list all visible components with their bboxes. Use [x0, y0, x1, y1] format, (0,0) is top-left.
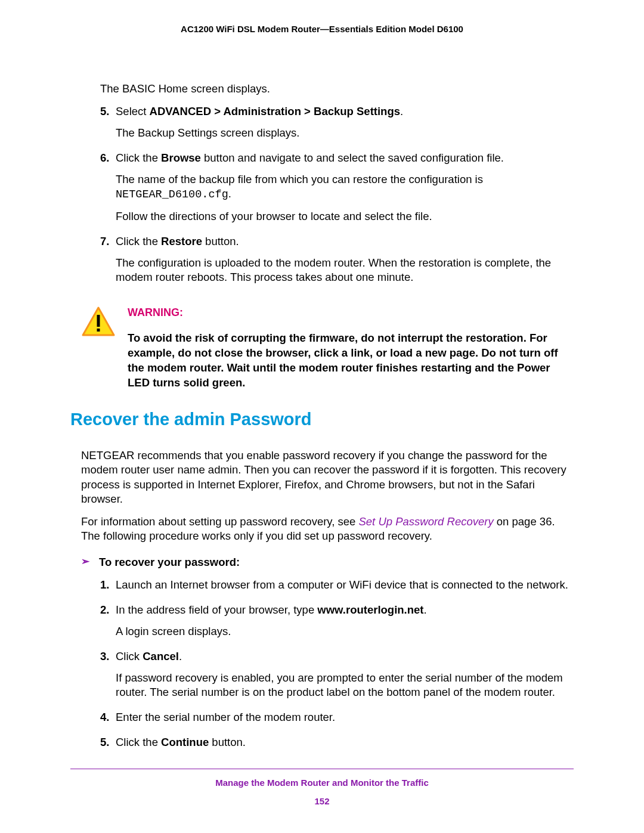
proc-step-4-text: Enter the serial number of the modem rou…: [116, 710, 574, 724]
step-num: 6.: [100, 151, 116, 231]
step-6: 6. Click the Browse button and navigate …: [100, 151, 574, 231]
header-title: AC1200 WiFi DSL Modem Router—Essentials …: [70, 24, 574, 34]
proc-step-1-text: Launch an Internet browser from a comput…: [116, 578, 574, 592]
step-6-line3: Follow the directions of your browser to…: [116, 209, 574, 224]
step-num: 5.: [100, 104, 116, 147]
proc-step-5-text: Click the Continue button.: [116, 735, 574, 750]
link-password-recovery[interactable]: Set Up Password Recovery: [358, 515, 493, 528]
step-num: 7.: [100, 234, 116, 292]
warning-block: WARNING: To avoid the risk of corrupting…: [81, 306, 574, 390]
warning-icon: [81, 306, 116, 390]
proc-step-3: 3. Click Cancel. If password recovery is…: [100, 649, 574, 707]
proc-step-2-line1: In the address field of your browser, ty…: [116, 603, 574, 617]
step-num: 3.: [100, 649, 116, 707]
procedure-title: To recover your password:: [99, 555, 240, 569]
step-5: 5. Select ADVANCED > Administration > Ba…: [100, 104, 574, 147]
step-num: 5.: [100, 735, 116, 757]
warning-text: To avoid the risk of corrupting the firm…: [128, 331, 574, 391]
section-heading-recover: Recover the admin Password: [70, 408, 574, 431]
proc-step-5: 5. Click the Continue button.: [100, 735, 574, 757]
step-5-line2: The Backup Settings screen displays.: [116, 126, 574, 140]
step-num: 1.: [100, 578, 116, 599]
step-num: 4.: [100, 710, 116, 732]
proc-step-3-line2: If password recovery is enabled, you are…: [116, 671, 574, 699]
step-num: 2.: [100, 603, 116, 646]
section-p2: For information about setting up passwor…: [81, 515, 574, 543]
procedure-heading: ➢ To recover your password:: [81, 555, 574, 569]
step-6-line2: The name of the backup file from which y…: [116, 172, 574, 202]
proc-step-4: 4. Enter the serial number of the modem …: [100, 710, 574, 732]
footer-divider: [70, 769, 574, 769]
section-p1: NETGEAR recommends that you enable passw…: [81, 448, 574, 506]
warning-label: WARNING:: [128, 306, 574, 320]
step-6-line1: Click the Browse button and navigate to …: [116, 151, 574, 165]
proc-step-2: 2. In the address field of your browser,…: [100, 603, 574, 646]
step-7-line1: Click the Restore button.: [116, 234, 574, 249]
arrow-icon: ➢: [81, 555, 99, 569]
svg-rect-2: [97, 329, 100, 332]
step-5-line1: Select ADVANCED > Administration > Backu…: [116, 104, 574, 119]
proc-step-3-line1: Click Cancel.: [116, 649, 574, 664]
proc-step-1: 1. Launch an Internet browser from a com…: [100, 578, 574, 599]
step-7: 7. Click the Restore button. The configu…: [100, 234, 574, 292]
proc-step-2-line2: A login screen displays.: [116, 624, 574, 639]
intro-basic-home: The BASIC Home screen displays.: [100, 82, 574, 96]
page-number: 152: [70, 796, 574, 806]
footer-title: Manage the Modem Router and Monitor the …: [70, 778, 574, 788]
svg-rect-1: [97, 315, 100, 327]
step-7-line2: The configuration is uploaded to the mod…: [116, 256, 574, 284]
